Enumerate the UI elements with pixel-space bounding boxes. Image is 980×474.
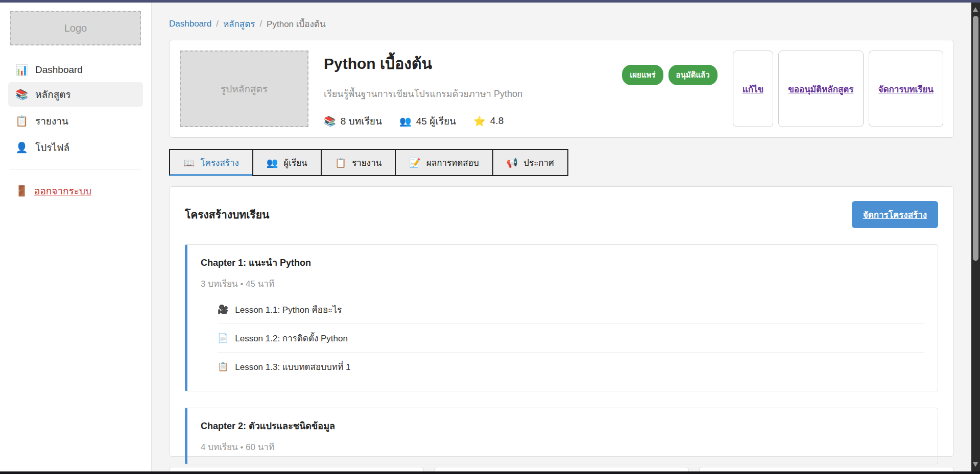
lesson-title: Lesson 1.2: การติดตั้ง Python <box>235 331 348 345</box>
tab-reports[interactable]: 📋 รายงาน <box>321 149 396 176</box>
status-badge-published: เผยแพร่ <box>622 65 663 85</box>
clipboard-icon: 📋 <box>218 362 228 371</box>
sidebar-item-label: หลักสูตร <box>35 87 71 102</box>
tab-structure[interactable]: 📖 โครงสร้าง <box>169 149 253 176</box>
sidebar-item-label: โปรไฟล์ <box>35 140 69 155</box>
edit-course-button[interactable]: แก้ไข <box>733 51 773 127</box>
scrollbar-down-arrow-icon[interactable] <box>973 462 978 467</box>
bottom-card-1 <box>169 467 424 471</box>
request-approval-button[interactable]: ขออนุมัติหลักสูตร <box>778 51 863 127</box>
person-icon: 👤 <box>15 142 28 153</box>
door-icon: 🚪 <box>15 186 28 196</box>
lesson-row-1-1[interactable]: 🎥 Lesson 1.1: Python คืออะไร <box>218 295 924 324</box>
manage-structure-label: จัดการโครงสร้าง <box>863 210 927 220</box>
breadcrumb-link-dashboard[interactable]: Dashboard <box>169 19 211 29</box>
users-icon: 👥 <box>267 158 278 167</box>
chapter-meta: 4 บทเรียน • 60 นาที <box>201 440 924 454</box>
status-badge-approved: อนุมัติแล้ว <box>668 65 718 85</box>
scrollbar-thumb[interactable] <box>973 16 978 261</box>
structure-heading: โครงสร้างบทเรียน <box>185 206 269 223</box>
stat-rating-label: 4.8 <box>490 115 504 127</box>
course-image-placeholder: รูปหลักสูตร <box>180 51 308 127</box>
sidebar-item-label: รายงาน <box>35 113 68 129</box>
tab-announcements-label: ประกาศ <box>523 156 554 169</box>
logout-button[interactable]: 🚪 ออกจากระบบ <box>8 179 143 203</box>
chapter-meta: 3 บทเรียน • 45 นาที <box>201 277 924 290</box>
window-top-bar <box>0 0 980 3</box>
document-icon: 📄 <box>218 334 228 342</box>
breadcrumb-current: Python เบื้องต้น <box>267 17 325 31</box>
tab-test-results-label: ผลการทดสอบ <box>426 156 479 169</box>
window-bottom-bar <box>0 471 980 474</box>
chapter-card-1: Chapter 1: แนะนำ Python 3 บทเรียน • 45 น… <box>185 244 938 391</box>
clipboard-icon: 📋 <box>335 158 346 167</box>
logo-text: Logo <box>64 22 87 34</box>
lesson-row-1-2[interactable]: 📄 Lesson 1.2: การติดตั้ง Python <box>218 324 924 353</box>
sidebar-nav: 📊 Dashboard 📚 หลักสูตร 📋 รายงาน 👤 โปรไฟล… <box>0 60 151 160</box>
manage-structure-button[interactable]: จัดการโครงสร้าง <box>852 201 938 228</box>
books-icon: 📚 <box>15 89 28 99</box>
main-content: Dashboard / หลักสูตร / Python เบื้องต้น … <box>152 3 971 471</box>
bottom-card-3 <box>699 467 954 471</box>
logo-placeholder: Logo <box>10 11 141 45</box>
course-info: Python เบื้องต้น เรียนรู้พื้นฐานการเขียน… <box>324 51 622 129</box>
stat-students-label: 45 ผู้เรียน <box>416 113 456 129</box>
manage-lessons-button[interactable]: จัดการบทเรียน <box>869 51 944 127</box>
tab-structure-label: โครงสร้าง <box>200 156 238 169</box>
bottom-cards-row <box>169 467 954 471</box>
stat-rating: ⭐ 4.8 <box>473 113 504 129</box>
sidebar: Logo 📊 Dashboard 📚 หลักสูตร 📋 รายงาน 👤 โ… <box>0 3 152 471</box>
sidebar-divider <box>10 169 141 169</box>
vertical-scrollbar[interactable] <box>971 3 980 471</box>
stat-lessons: 📚 8 บทเรียน <box>324 113 382 129</box>
scrollbar-up-arrow-icon[interactable] <box>973 7 978 12</box>
status-badges: เผยแพร่ อนุมัติแล้ว <box>622 65 718 85</box>
course-header-card: รูปหลักสูตร Python เบื้องต้น เรียนรู้พื้… <box>169 40 954 138</box>
course-image-label: รูปหลักสูตร <box>221 81 268 96</box>
course-title: Python เบื้องต้น <box>324 52 622 76</box>
stat-students: 👥 45 ผู้เรียน <box>399 113 456 129</box>
megaphone-icon: 📢 <box>507 158 518 167</box>
breadcrumb: Dashboard / หลักสูตร / Python เบื้องต้น <box>169 3 954 31</box>
lesson-title: Lesson 1.1: Python คืออะไร <box>235 303 342 316</box>
sidebar-item-reports[interactable]: 📋 รายงาน <box>8 109 143 133</box>
course-tabs: 📖 โครงสร้าง 👥 ผู้เรียน 📋 รายงาน 📝 ผลการท… <box>169 149 954 176</box>
breadcrumb-separator: / <box>259 19 262 29</box>
lesson-row-1-3[interactable]: 📋 Lesson 1.3: แบบทดสอบบทที่ 1 <box>218 353 924 381</box>
lesson-title: Lesson 1.3: แบบทดสอบบทที่ 1 <box>235 360 350 373</box>
logout-label: ออกจากระบบ <box>34 183 91 198</box>
lesson-list: 🎥 Lesson 1.1: Python คืออะไร 📄 Lesson 1.… <box>218 295 924 381</box>
sidebar-item-dashboard[interactable]: 📊 Dashboard <box>8 60 143 80</box>
clipboard-icon: 📋 <box>15 116 28 126</box>
sidebar-item-courses[interactable]: 📚 หลักสูตร <box>8 82 143 107</box>
bottom-card-2 <box>434 467 689 471</box>
users-icon: 👥 <box>399 116 412 126</box>
course-stats: 📚 8 บทเรียน 👥 45 ผู้เรียน ⭐ 4.8 <box>324 113 622 129</box>
stat-lessons-label: 8 บทเรียน <box>341 113 382 129</box>
structure-panel: โครงสร้างบทเรียน จัดการโครงสร้าง Chapter… <box>169 186 954 457</box>
books-icon: 📚 <box>324 116 336 126</box>
chapter-title: Chapter 1: แนะนำ Python <box>201 255 924 270</box>
manage-lessons-link[interactable]: จัดการบทเรียน <box>878 82 934 96</box>
sidebar-item-label: Dashboard <box>35 64 83 76</box>
chapter-title: Chapter 2: ตัวแปรและชนิดข้อมูล <box>201 418 924 433</box>
breadcrumb-separator: / <box>216 19 219 29</box>
tab-announcements[interactable]: 📢 ประกาศ <box>492 149 568 176</box>
open-book-icon: 📖 <box>183 158 195 167</box>
request-approval-link[interactable]: ขออนุมัติหลักสูตร <box>788 82 853 96</box>
video-camera-icon: 🎥 <box>218 305 228 314</box>
chapter-card-2: Chapter 2: ตัวแปรและชนิดข้อมูล 4 บทเรียน… <box>185 408 938 464</box>
star-icon: ⭐ <box>473 116 486 126</box>
breadcrumb-link-courses[interactable]: หลักสูตร <box>223 17 255 31</box>
tab-students[interactable]: 👥 ผู้เรียน <box>252 149 322 176</box>
structure-header: โครงสร้างบทเรียน จัดการโครงสร้าง <box>185 201 938 228</box>
bar-chart-icon: 📊 <box>15 65 28 75</box>
tab-test-results[interactable]: 📝 ผลการทดสอบ <box>395 149 493 176</box>
tab-students-label: ผู้เรียน <box>283 156 307 169</box>
edit-course-link[interactable]: แก้ไข <box>743 82 763 96</box>
memo-icon: 📝 <box>409 158 420 167</box>
tab-reports-label: รายงาน <box>352 156 381 169</box>
course-description: เรียนรู้พื้นฐานการเขียนโปรแกรมด้วยภาษา P… <box>324 86 622 101</box>
sidebar-item-profile[interactable]: 👤 โปรไฟล์ <box>8 135 143 160</box>
